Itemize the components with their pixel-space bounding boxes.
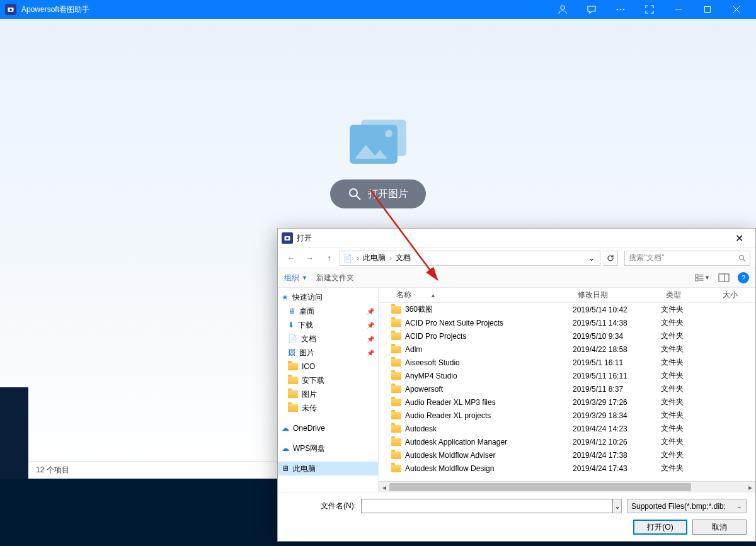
- search-icon: [738, 254, 746, 262]
- app-icon: [5, 4, 16, 15]
- folder-icon: [288, 404, 298, 412]
- file-row[interactable]: Autodesk2019/4/24 14:23文件夹: [379, 422, 755, 435]
- sidebar-item[interactable]: ICO: [278, 360, 378, 373]
- up-button[interactable]: ↑: [321, 251, 337, 266]
- file-row[interactable]: Autodesk Moldflow Adviser2019/4/24 17:38…: [379, 448, 755, 462]
- back-button[interactable]: ←: [283, 251, 299, 266]
- search-input[interactable]: 搜索"文档": [624, 251, 750, 266]
- file-row[interactable]: Audio Reader XL projects2019/3/29 18:34文…: [379, 409, 755, 422]
- svg-point-1: [9, 9, 12, 11]
- horizontal-scrollbar[interactable]: ◂ ▸: [379, 481, 755, 492]
- folder-icon: [391, 385, 401, 393]
- sidebar-wps[interactable]: ☁ WPS网盘: [278, 441, 378, 455]
- col-date[interactable]: 修改日期: [573, 290, 661, 300]
- more-icon[interactable]: [606, 0, 635, 19]
- list-header: 名称▲ 修改日期 类型 大小: [379, 288, 755, 303]
- sidebar-item[interactable]: 未传: [278, 401, 378, 415]
- cloud-icon: ☁: [282, 424, 289, 433]
- minimize-button[interactable]: [664, 0, 693, 19]
- open-image-label: 打开图片: [368, 188, 408, 201]
- open-image-button[interactable]: 打开图片: [330, 179, 426, 208]
- folder-icon: [391, 465, 401, 472]
- sidebar-item[interactable]: 安下载: [278, 373, 378, 387]
- sidebar-item[interactable]: 图片: [278, 387, 378, 401]
- scroll-left-icon[interactable]: ◂: [379, 482, 389, 492]
- pin-icon: 📌: [367, 322, 374, 329]
- search-icon: [348, 187, 362, 201]
- file-row[interactable]: Apowersoft2019/5/11 8:37文件夹: [379, 382, 755, 395]
- file-row[interactable]: Aiseesoft Studio2019/5/1 16:11文件夹: [379, 356, 755, 369]
- folder-icon: [288, 390, 298, 398]
- sidebar-item[interactable]: ⬇下载📌: [278, 318, 378, 332]
- sidebar-item[interactable]: 📄文档📌: [278, 332, 378, 346]
- dialog-title: 打开: [297, 233, 312, 244]
- pin-icon: 📌: [367, 350, 374, 356]
- forward-button[interactable]: →: [302, 251, 318, 266]
- file-row[interactable]: Audio Reader XL MP3 files2019/3/29 17:26…: [379, 395, 755, 409]
- breadcrumb-folder[interactable]: 文档: [393, 253, 413, 263]
- folder-icon: [391, 372, 401, 380]
- sidebar-onedrive[interactable]: ☁ OneDrive: [278, 421, 378, 435]
- svg-rect-7: [705, 7, 711, 13]
- status-text: 12 个项目: [36, 465, 69, 475]
- pin-icon: 📌: [367, 308, 374, 315]
- svg-point-15: [286, 237, 289, 240]
- col-name[interactable]: 名称▲: [379, 290, 573, 300]
- breadcrumb-pc[interactable]: 此电脑: [360, 253, 388, 263]
- file-list: 名称▲ 修改日期 类型 大小 360截图2019/5/14 10:42文件夹AC…: [379, 288, 755, 492]
- sidebar-item[interactable]: 🖼图片📌: [278, 346, 378, 360]
- titlebar: Apowersoft看图助手: [0, 0, 756, 19]
- placeholder-image-icon: [350, 120, 406, 164]
- filename-input[interactable]: [361, 499, 613, 513]
- sidebar-quick-access[interactable]: ★ 快速访问: [278, 290, 378, 304]
- pc-icon: 🖥: [282, 464, 289, 473]
- svg-line-11: [357, 196, 360, 200]
- folder-icon: [391, 412, 401, 419]
- close-button[interactable]: [722, 0, 751, 19]
- new-folder-button[interactable]: 新建文件夹: [316, 273, 354, 283]
- svg-point-16: [740, 255, 744, 259]
- user-icon[interactable]: [548, 0, 577, 19]
- file-row[interactable]: ACID Pro Projects2019/5/10 9:34文件夹: [379, 329, 755, 343]
- maximize-button[interactable]: [693, 0, 722, 19]
- file-row[interactable]: Adlm2019/4/22 18:58文件夹: [379, 343, 755, 356]
- sidebar-item[interactable]: 🖥桌面📌: [278, 304, 378, 318]
- folder-icon: [391, 319, 401, 327]
- filename-dropdown[interactable]: ⌄: [613, 499, 622, 513]
- open-button[interactable]: 打开(O): [633, 520, 687, 535]
- filetype-filter[interactable]: Supported Files(*.bmp;*.dib; ⌄: [627, 499, 747, 513]
- dialog-titlebar: 打开 ✕: [278, 229, 755, 247]
- file-row[interactable]: AnyMP4 Studio2019/5/11 16:11文件夹: [379, 369, 755, 382]
- svg-rect-24: [719, 274, 729, 282]
- dialog-nav: ← → ↑ 📄 › 此电脑 › 文档 ⌄ 搜索"文档": [278, 247, 755, 268]
- scroll-right-icon[interactable]: ▸: [745, 482, 755, 492]
- file-row[interactable]: Autodesk Moldflow Design2019/4/24 17:43文…: [379, 462, 755, 475]
- help-button[interactable]: ?: [738, 272, 749, 283]
- refresh-button[interactable]: [603, 251, 618, 266]
- download-icon: ⬇: [288, 321, 294, 329]
- breadcrumb[interactable]: 📄 › 此电脑 › 文档 ⌄: [340, 251, 600, 266]
- app-title: Apowersoft看图助手: [21, 4, 548, 15]
- fullscreen-icon[interactable]: [635, 0, 664, 19]
- empty-state: 打开图片: [330, 120, 426, 208]
- taskbar-strip: [0, 387, 28, 479]
- file-row[interactable]: Autodesk Application Manager2019/4/12 10…: [379, 435, 755, 448]
- svg-rect-21: [696, 278, 698, 281]
- dialog-close-button[interactable]: ✕: [726, 229, 752, 247]
- file-row[interactable]: ACID Pro Next Suite Projects2019/5/11 14…: [379, 316, 755, 329]
- svg-line-17: [743, 259, 745, 261]
- feedback-icon[interactable]: [577, 0, 606, 19]
- cancel-button[interactable]: 取消: [692, 520, 747, 535]
- preview-pane-button[interactable]: [716, 271, 731, 285]
- filename-label: 文件名(N):: [287, 501, 356, 511]
- sidebar-this-pc[interactable]: 🖥 此电脑: [278, 462, 378, 475]
- pin-icon: 📌: [367, 336, 374, 343]
- col-size[interactable]: 大小: [718, 290, 755, 300]
- organize-menu[interactable]: 组织 ▼: [284, 273, 307, 283]
- svg-point-5: [623, 9, 625, 11]
- breadcrumb-dropdown[interactable]: ⌄: [586, 254, 597, 263]
- view-options-button[interactable]: ▼: [695, 271, 710, 285]
- file-row[interactable]: 360截图2019/5/14 10:42文件夹: [379, 303, 755, 316]
- chevron-right-icon: ›: [388, 254, 393, 263]
- col-type[interactable]: 类型: [661, 290, 718, 300]
